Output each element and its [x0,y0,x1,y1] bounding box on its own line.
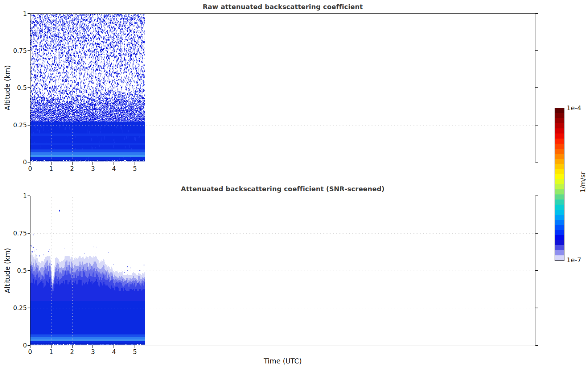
x-tick [92,162,93,165]
gridline-horizontal [30,233,535,234]
x-tick [72,162,73,165]
x-tick-label: 4 [106,348,122,355]
colorbar-segment [555,108,564,113]
colorbar-segment [555,215,564,220]
y-tick-right [535,87,538,88]
x-tick-label: 2 [64,165,81,172]
x-tick-label: 1 [43,348,59,355]
x-tick [114,345,114,348]
y-tick-right [535,345,538,346]
x-tick-label: 2 [64,348,81,355]
x-tick [30,345,30,348]
y-tick-right [535,13,538,14]
colorbar-max-label: 1e-4 [567,104,581,112]
y-tick [28,13,30,14]
colorbar-segment [555,194,564,200]
y-tick-label: 0.5 [10,84,27,91]
colorbar-segment [555,205,564,210]
colorbar-segment [555,174,564,179]
colorbar-segment [555,245,564,250]
gridline-horizontal [30,51,535,51]
y-tick-label: 0 [10,159,27,166]
y-tick-right [535,125,538,126]
y-tick-label: 0.75 [10,47,27,54]
x-tick [51,162,52,165]
x-tick-label: 0 [22,165,38,172]
y-tick-label: 0 [10,342,27,349]
colorbar-segment [555,159,564,164]
colorbar-segment [555,240,564,245]
y-tick [28,162,30,163]
colorbar-segment [555,154,564,159]
colorbar-segment [555,225,564,230]
x-tick-label: 5 [127,348,143,355]
gridline-horizontal [30,308,535,308]
colorbar-segment [555,250,564,255]
colorbar-segment [555,133,564,139]
x-tick [51,345,52,348]
colorbar-segment [555,184,564,189]
y-tick-right [535,308,538,308]
x-tick [135,345,135,348]
y-tick [28,50,30,51]
y-tick-right [535,50,538,51]
colorbar-segment [555,128,564,133]
y-tick-label: 0.25 [10,304,27,312]
y-tick-right [535,270,538,271]
colorbar-segment [555,169,564,174]
x-tick-label: 3 [85,165,101,172]
colorbar-segment [555,144,564,149]
x-tick-label: 3 [85,348,101,355]
colorbar-segment [555,179,564,184]
colorbar-min-label: 1e-7 [567,256,581,264]
x-tick-label: 1 [43,165,59,172]
y-tick-right [535,196,538,196]
x-tick-label: 0 [22,348,38,355]
panel-screened-title: Attenuated backscattering coefficient (S… [30,185,535,193]
gridline-horizontal [30,88,535,88]
y-tick-label: 1 [10,10,27,17]
y-tick-label: 0.75 [10,230,27,237]
y-tick [28,196,30,196]
y-tick-label: 1 [10,192,27,200]
colorbar-segment [555,123,564,128]
y-tick-label: 0.5 [10,267,27,274]
y-tick-right [535,233,538,234]
y-tick [28,87,30,88]
x-tick [30,162,30,165]
colorbar-segment [555,189,564,194]
colorbar-segment [555,139,564,144]
colorbar-segment [555,149,564,154]
colorbar-segment [555,220,564,225]
colorbar-segment [555,200,564,205]
x-tick-label: 4 [106,165,122,172]
y-tick [28,270,30,271]
y-tick [28,233,30,234]
y-tick [28,345,30,346]
x-tick [135,162,135,165]
colorbar-segment [555,113,564,118]
colorbar-segment [555,164,564,169]
gridline-horizontal [30,271,535,271]
x-tick [92,345,93,348]
x-tick [72,345,73,348]
panel-raw-title: Raw attenuated backscattering coefficien… [30,3,535,11]
colorbar-segment [555,210,564,215]
colorbar-segment [555,230,564,235]
figure: Raw attenuated backscattering coefficien… [0,0,588,370]
x-tick [114,162,114,165]
x-axis-label: Time (UTC) [264,357,302,365]
colorbar [555,108,564,261]
y-tick [28,308,30,308]
x-tick-label: 5 [127,165,143,172]
y-tick-label: 0.25 [10,122,27,129]
colorbar-segment [555,255,564,260]
y-tick-right [535,162,538,163]
colorbar-unit-label: 1/m/sr [579,172,587,193]
gridline-horizontal [30,125,535,126]
colorbar-segment [555,118,564,123]
colorbar-segment [555,235,564,240]
y-tick [28,125,30,126]
